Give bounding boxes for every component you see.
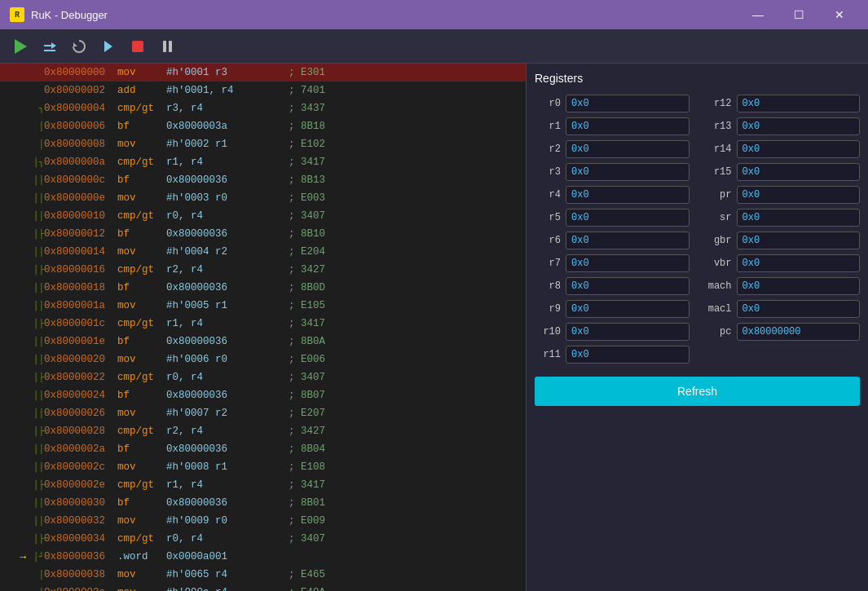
instruction-operand: #h'0065 r4 — [166, 569, 289, 580]
code-row[interactable]: 0x80000002add#h'0001, r4; 7401 — [0, 82, 526, 99]
code-row[interactable]: 0x80000000mov#h'0001 r3; E301 — [0, 64, 526, 82]
code-row[interactable]: │├0x80000034cmp/gtr0, r4; 3407 — [0, 530, 526, 548]
register-value[interactable]: 0x0 — [566, 254, 690, 272]
code-row[interactable]: ││0x8000001amov#h'0005 r1; E105 — [0, 297, 526, 315]
register-value[interactable]: 0x0 — [566, 300, 690, 318]
code-row[interactable]: ││0x80000010cmp/gtr0, r4; 3407 — [0, 207, 526, 225]
registers-title: Registers — [535, 72, 860, 85]
instruction-address: 0x8000000c — [44, 174, 117, 186]
code-row[interactable]: ││0x8000002abf0x80000036; 8B04 — [0, 440, 526, 458]
instruction-operand: #h'0006 r0 — [166, 354, 289, 365]
register-name: r2 — [535, 143, 561, 155]
code-row[interactable]: ││0x8000002cmov#h'0008 r1; E108 — [0, 458, 526, 476]
instruction-operand: r2, r4 — [166, 426, 289, 437]
instruction-address: 0x80000014 — [44, 246, 117, 258]
register-value[interactable]: 0x0 — [737, 209, 861, 227]
register-value[interactable]: 0x0 — [566, 277, 690, 295]
code-row[interactable]: ││0x80000030bf0x80000036; 8B01 — [0, 494, 526, 512]
register-value[interactable]: 0x0 — [737, 163, 861, 181]
register-value[interactable]: 0x0 — [566, 95, 690, 112]
code-panel[interactable]: 0x80000000mov#h'0001 r3; E3010x80000002a… — [0, 64, 526, 591]
step-over-button[interactable] — [37, 34, 62, 59]
register-row: pr0x0 — [706, 186, 861, 204]
register-value[interactable]: 0x0 — [737, 186, 861, 204]
play-icon — [15, 39, 27, 54]
close-button[interactable]: ✕ — [821, 0, 858, 29]
code-row[interactable]: ││0x80000026mov#h'0007 r2; E207 — [0, 404, 526, 422]
register-row: r140x0 — [706, 140, 861, 158]
register-row: r100x0 — [535, 323, 690, 341]
code-row[interactable]: │├0x8000001ccmp/gtr1, r4; 3417 — [0, 315, 526, 333]
register-grid: r00x0r120x0r10x0r130x0r20x0r140x0r30x0r1… — [535, 95, 860, 364]
run-button[interactable] — [8, 34, 33, 59]
code-row[interactable]: ││0x80000014mov#h'0004 r2; E204 — [0, 243, 526, 261]
code-row[interactable]: ││0x8000000cbf0x80000036; 8B13 — [0, 171, 526, 189]
reset-button[interactable] — [67, 34, 91, 59]
register-value[interactable]: 0x0 — [737, 277, 861, 295]
instruction-mnemonic: mov — [117, 569, 166, 580]
code-row[interactable]: │0x80000008mov#h'0002 r1; E102 — [0, 135, 526, 153]
stop-button[interactable] — [126, 34, 150, 59]
code-row[interactable]: │├0x8000002ecmp/gtr1, r4; 3417 — [0, 476, 526, 494]
instruction-mnemonic: mov — [117, 300, 166, 311]
instruction-comment: ; E204 — [289, 246, 325, 258]
register-name: sr — [706, 212, 732, 223]
code-row[interactable]: │0x80000038mov#h'0065 r4; E465 — [0, 566, 526, 584]
register-value[interactable]: 0x80000000 — [737, 323, 861, 341]
code-row[interactable]: │├0x80000028cmp/gtr2, r4; 3427 — [0, 422, 526, 440]
code-row[interactable]: │├0x80000022cmp/gtr0, r4; 3407 — [0, 368, 526, 386]
instruction-address: 0x8000002e — [44, 479, 117, 491]
code-row[interactable]: →│┘0x80000036.word0x0000a001 — [0, 548, 526, 566]
minimize-button[interactable]: — — [739, 0, 777, 29]
code-row[interactable]: ┘0x8000003amov#h'000a r4; E40A — [0, 584, 526, 591]
branch-indicator: ││ — [28, 247, 44, 257]
branch-indicator: ││ — [28, 444, 44, 454]
code-row[interactable]: ││0x8000001ebf0x80000036; 8B0A — [0, 333, 526, 351]
instruction-mnemonic: add — [117, 85, 166, 96]
register-value[interactable]: 0x0 — [737, 95, 861, 112]
refresh-button[interactable]: Refresh — [535, 377, 860, 406]
code-row[interactable]: │0x80000006bf0x8000003a; 8B18 — [0, 117, 526, 135]
code-row[interactable]: ││0x8000000emov#h'0003 r0; E003 — [0, 189, 526, 207]
register-row: r110x0 — [535, 346, 690, 364]
pause-button[interactable] — [155, 34, 179, 59]
instruction-mnemonic: cmp/gt — [117, 318, 166, 329]
instruction-comment: ; 8B01 — [289, 497, 325, 509]
register-value[interactable]: 0x0 — [737, 140, 861, 158]
register-row: r30x0 — [535, 163, 690, 181]
register-value[interactable]: 0x0 — [566, 140, 690, 158]
register-value[interactable]: 0x0 — [737, 117, 861, 135]
code-row[interactable]: │┐0x8000000acmp/gtr1, r4; 3417 — [0, 153, 526, 171]
register-value[interactable]: 0x0 — [737, 232, 861, 249]
register-value[interactable]: 0x0 — [566, 209, 690, 227]
register-value[interactable]: 0x0 — [737, 300, 861, 318]
register-value[interactable]: 0x0 — [566, 186, 690, 204]
code-row[interactable]: │├0x80000012bf0x80000036; 8B10 — [0, 225, 526, 243]
register-value[interactable]: 0x0 — [566, 163, 690, 181]
instruction-operand: #h'0002 r1 — [166, 139, 289, 150]
maximize-button[interactable]: ☐ — [780, 0, 817, 29]
instruction-comment: ; E207 — [289, 408, 325, 419]
instruction-mnemonic: bf — [117, 443, 166, 455]
instruction-mnemonic: mov — [117, 192, 166, 204]
branch-indicator: │ — [28, 139, 44, 149]
register-value[interactable]: 0x0 — [566, 346, 690, 364]
code-row[interactable]: ││0x80000032mov#h'0009 r0; E009 — [0, 512, 526, 530]
register-value[interactable]: 0x0 — [737, 254, 861, 272]
code-row[interactable]: ││0x80000018bf0x80000036; 8B0D — [0, 279, 526, 297]
branch-indicator: ││ — [28, 211, 44, 221]
register-row: gbr0x0 — [706, 232, 861, 249]
register-value[interactable]: 0x0 — [566, 323, 690, 341]
code-row[interactable]: ││0x80000020mov#h'0006 r0; E006 — [0, 351, 526, 368]
instruction-address: 0x80000006 — [44, 121, 117, 132]
code-row[interactable]: │├0x80000016cmp/gtr2, r4; 3427 — [0, 261, 526, 279]
code-row[interactable]: ││0x80000024bf0x80000036; 8B07 — [0, 386, 526, 404]
step-into-button[interactable] — [96, 34, 121, 59]
code-row[interactable]: ┐0x80000004cmp/gtr3, r4; 3437 — [0, 99, 526, 117]
branch-indicator: │┐ — [28, 157, 44, 167]
instruction-operand: r1, r4 — [166, 318, 289, 329]
register-value[interactable]: 0x0 — [566, 232, 690, 249]
instruction-comment: ; 8B0D — [289, 282, 325, 293]
register-value[interactable]: 0x0 — [566, 117, 690, 135]
step-over-icon — [42, 38, 58, 55]
